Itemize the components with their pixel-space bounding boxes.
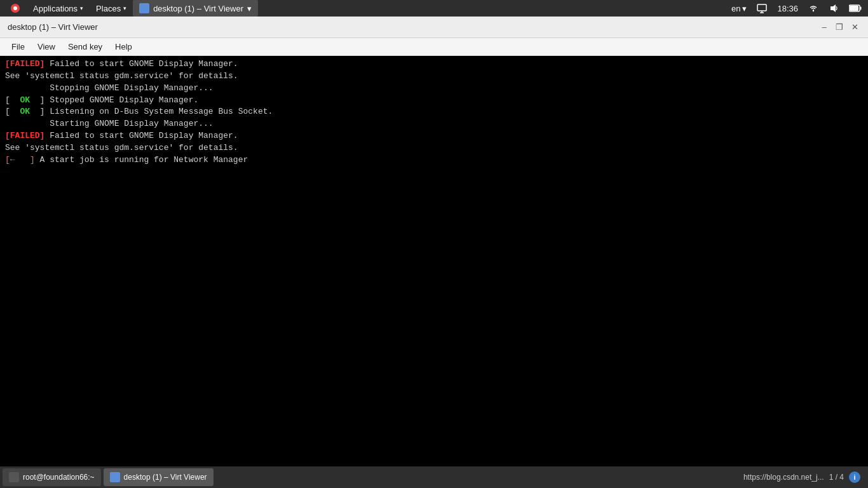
lang-indicator[interactable]: en ▾ — [729, 4, 749, 13]
failed-badge: [FAILED] — [5, 131, 44, 140]
terminal-taskbar-label: root@foundation66:~ — [23, 473, 95, 482]
gnome-logo[interactable] — [4, 0, 27, 17]
terminal-line: Starting GNOME Display Manager... — [5, 118, 863, 130]
menu-send-key[interactable]: Send key — [62, 38, 109, 56]
window-controls: – ❐ ✕ — [818, 22, 860, 33]
system-bar-left: Applications ▾ Places ▾ desktop (1) – Vi… — [4, 0, 258, 17]
time-label: 18:36 — [777, 4, 798, 13]
terminal-line: See 'systemctl status gdm.service' for d… — [5, 71, 863, 83]
virt-title: desktop (1) – Virt Viewer — [8, 22, 98, 32]
ok-badge: OK — [20, 107, 30, 116]
active-window-title: desktop (1) – Virt Viewer — [153, 4, 243, 13]
ok-badge: OK — [20, 95, 30, 105]
virt-window-icon — [139, 3, 149, 13]
window-caret: ▾ — [247, 4, 252, 13]
monitor-icon[interactable] — [754, 3, 770, 13]
applications-menu[interactable]: Applications ▾ — [27, 0, 90, 17]
failed-badge: [FAILED] — [5, 59, 44, 69]
gnome-icon — [10, 3, 20, 13]
page-indicator: 1 / 4 — [829, 473, 844, 482]
minimize-button[interactable]: – — [818, 22, 830, 33]
bottom-taskbar: root@foundation66:~ desktop (1) – Virt V… — [0, 466, 868, 488]
svg-point-1 — [13, 6, 17, 10]
bottom-taskbar-left: root@foundation66:~ desktop (1) – Virt V… — [3, 468, 214, 486]
battery-icon[interactable] — [846, 4, 864, 12]
virt-titlebar: desktop (1) – Virt Viewer – ❐ ✕ — [0, 17, 868, 38]
terminal-line: See 'systemctl status gdm.service' for d… — [5, 142, 863, 154]
places-menu[interactable]: Places ▾ — [90, 0, 133, 17]
lang-caret: ▾ — [742, 4, 747, 13]
virt-viewer-window: desktop (1) – Virt Viewer – ❐ ✕ File Vie… — [0, 17, 868, 488]
url-indicator: https://blog.csdn.net_j... — [743, 473, 824, 482]
places-caret: ▾ — [123, 5, 126, 11]
volume-icon[interactable] — [826, 3, 841, 13]
system-bar: Applications ▾ Places ▾ desktop (1) – Vi… — [0, 0, 868, 17]
terminal-line: [FAILED] Failed to start GNOME Display M… — [5, 58, 863, 71]
time-display[interactable]: 18:36 — [775, 4, 801, 13]
terminal-line: [ OK ] Listening on D-Bus System Message… — [5, 106, 863, 118]
menu-file[interactable]: File — [5, 38, 31, 56]
terminal-line: [FAILED] Failed to start GNOME Display M… — [5, 130, 863, 142]
svg-rect-8 — [860, 7, 862, 10]
terminal-taskbar-icon — [9, 472, 19, 482]
virt-taskbar-icon — [110, 472, 120, 482]
virt-viewer-taskbar-btn[interactable]: desktop (1) – Virt Viewer — [104, 468, 214, 486]
svg-marker-6 — [831, 4, 836, 12]
anim-bracket: [← ] — [5, 155, 35, 165]
system-bar-right: en ▾ 18:36 — [729, 3, 864, 13]
wifi-icon[interactable] — [806, 3, 821, 13]
virt-menubar: File View Send key Help — [0, 38, 868, 56]
terminal-line: Stopping GNOME Display Manager... — [5, 83, 863, 95]
menu-view[interactable]: View — [31, 38, 62, 56]
applications-caret: ▾ — [80, 5, 83, 11]
terminal-output: [FAILED] Failed to start GNOME Display M… — [0, 56, 868, 488]
lang-label: en — [731, 4, 740, 13]
info-button[interactable]: i — [849, 471, 860, 483]
svg-rect-2 — [757, 4, 766, 11]
menu-help[interactable]: Help — [109, 38, 139, 56]
svg-point-5 — [813, 10, 814, 11]
places-label: Places — [96, 4, 121, 13]
active-window-indicator[interactable]: desktop (1) – Virt Viewer ▾ — [133, 0, 258, 17]
svg-rect-9 — [850, 6, 858, 11]
terminal-line: [← ] A start job is running for Network … — [5, 154, 863, 166]
virt-taskbar-label: desktop (1) – Virt Viewer — [124, 473, 207, 482]
maximize-button[interactable]: ❐ — [834, 22, 845, 33]
terminal-taskbar-btn[interactable]: root@foundation66:~ — [3, 468, 101, 486]
close-button[interactable]: ✕ — [849, 22, 860, 33]
terminal-line: [ OK ] Stopped GNOME Display Manager. — [5, 95, 863, 107]
bottom-taskbar-right: https://blog.csdn.net_j... 1 / 4 i — [743, 471, 865, 483]
